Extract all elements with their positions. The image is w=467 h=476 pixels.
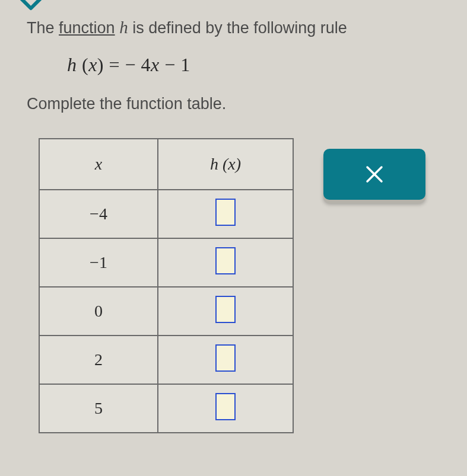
cell-x: 0 (39, 287, 158, 336)
instruction-text: Complete the function table. (27, 95, 467, 113)
intro-text: The function h is defined by the followi… (27, 18, 467, 37)
eq-sign: = (109, 54, 125, 75)
eq-close: ) (97, 54, 109, 75)
table-row: −4 (39, 190, 293, 238)
cell-x: −4 (39, 190, 158, 238)
question-content: The function h is defined by the followi… (0, 0, 467, 433)
cell-hx (158, 238, 293, 287)
cell-x: 2 (39, 336, 158, 384)
cell-x: 5 (39, 384, 158, 433)
answer-input[interactable] (215, 199, 236, 226)
eq-open: ( (77, 54, 89, 75)
close-icon (364, 164, 385, 184)
chevron-down-icon[interactable] (18, 0, 44, 15)
cell-hx (158, 287, 293, 336)
eq-var2: x (151, 54, 160, 75)
answer-input[interactable] (215, 393, 236, 420)
answer-input[interactable] (215, 296, 236, 323)
eq-func: h (67, 54, 77, 75)
intro-func-name: h (119, 18, 128, 37)
header-x: x (39, 139, 158, 190)
function-equation: h (x) = − 4x − 1 (67, 54, 467, 76)
table-row: 2 (39, 336, 293, 384)
intro-space (115, 19, 120, 37)
function-table: x h (x) −4 −1 0 (39, 138, 294, 433)
eq-coef: 4 (141, 54, 151, 75)
cell-hx (158, 190, 293, 238)
eq-const: 1 (180, 54, 190, 75)
eq-minus: − (160, 54, 181, 75)
close-button[interactable] (323, 149, 425, 200)
eq-neg: − (125, 54, 141, 75)
intro-prefix: The (27, 19, 59, 37)
eq-var: x (88, 54, 97, 75)
cell-hx (158, 384, 293, 433)
answer-input[interactable] (215, 247, 236, 274)
header-hx: h (x) (158, 139, 293, 190)
table-row: −1 (39, 238, 293, 287)
cell-x: −1 (39, 238, 158, 287)
table-row: 0 (39, 287, 293, 336)
intro-suffix: is defined by the following rule (128, 19, 347, 37)
cell-hx (158, 336, 293, 384)
function-link[interactable]: function (59, 19, 115, 37)
answer-input[interactable] (215, 344, 236, 372)
table-row: 5 (39, 384, 293, 433)
